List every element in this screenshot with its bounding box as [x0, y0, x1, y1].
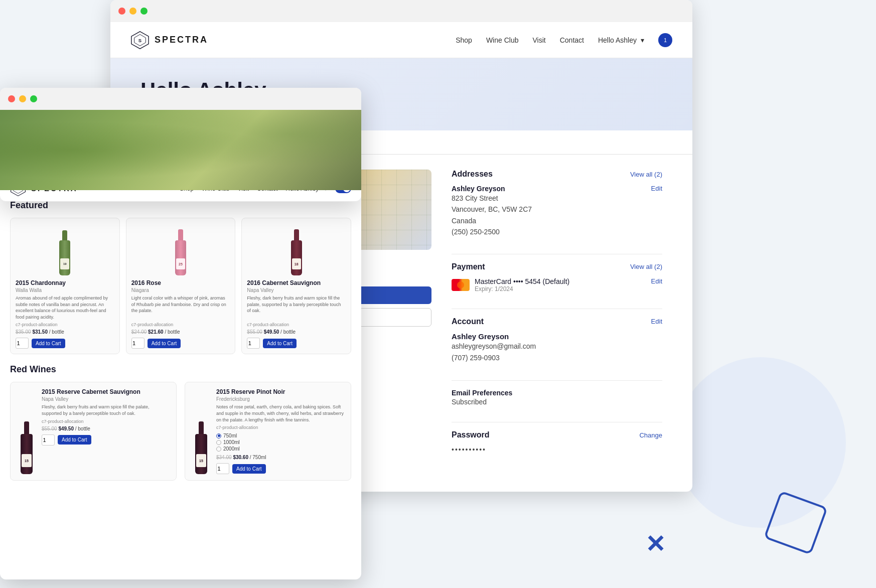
email-pref-section: Email Preferences Subscribed	[452, 389, 662, 406]
account-name: Ashley Greyson	[452, 332, 662, 341]
payment-details: MasterCard •••• 5454 (Default) Expiry: 1…	[475, 277, 569, 292]
divider-4	[452, 422, 662, 422]
size-2000ml[interactable]: 2000ml	[216, 446, 345, 452]
address-street: 823 City Street	[452, 193, 532, 204]
qty-input-5[interactable]	[216, 463, 229, 474]
product-desc-2: Light coral color with a whisper of pink…	[131, 295, 230, 320]
red-wine-desc-2: Notes of rose petal, earth, cherry cola,…	[216, 404, 345, 423]
back-nav-user[interactable]: Hello Ashley ▾	[598, 36, 644, 44]
logo-icon: S	[130, 31, 150, 50]
password-title: Password	[452, 430, 490, 439]
bottle-res-cab: 15	[21, 421, 33, 474]
red-wine-region-1: Napa Valley	[42, 396, 170, 402]
bottle-area-lg-2: 15	[191, 388, 211, 474]
product-region-3: Napa Valley	[247, 287, 346, 293]
divider-2	[452, 309, 662, 309]
bottle-label-2: 25	[176, 258, 185, 269]
qty-input-2[interactable]	[131, 338, 144, 349]
bottle-body-4: 15	[21, 434, 33, 474]
product-price-3: $55.00 $49.50 / bottle	[247, 329, 346, 335]
price-old-2: $24.00	[131, 329, 147, 335]
account-phone: (707) 259-0903	[452, 352, 662, 364]
add-to-cart-btn-4[interactable]: Add to Cart	[58, 435, 91, 445]
product-name-2: 2016 Rose	[131, 279, 230, 286]
minimize-button[interactable]	[129, 8, 136, 15]
payment-header: Payment View all (2)	[452, 262, 662, 271]
red-price-new-2: $30.60	[233, 455, 248, 460]
qty-input-4[interactable]	[42, 434, 55, 446]
add-to-cart-row-1: Add to Cart	[16, 338, 114, 349]
bottle-neck-4	[24, 421, 29, 434]
payment-view-all[interactable]: View all (2)	[630, 263, 662, 270]
product-region-1: Walla Walla	[16, 287, 114, 293]
red-price-old-1: $55.00	[42, 426, 57, 431]
account-info-edit[interactable]: Edit	[651, 318, 662, 325]
bottle-label-5: 15	[196, 454, 206, 467]
product-card-chardonnay: 19 2015 Chardonnay Walla Walla Aromas ab…	[10, 218, 120, 354]
address-city: Vancouver, BC, V5W 2C7	[452, 204, 532, 215]
account-info-title: Account	[452, 317, 484, 326]
add-to-cart-btn-5[interactable]: Add to Cart	[232, 464, 266, 474]
add-to-cart-btn-2[interactable]: Add to Cart	[148, 339, 181, 348]
front-minimize-button[interactable]	[19, 95, 26, 102]
maximize-button[interactable]	[140, 8, 148, 15]
divider-3	[452, 380, 662, 381]
red-wines-heading: Red Wines	[10, 364, 351, 375]
svg-text:S: S	[138, 37, 141, 43]
email-pref-value: Subscribed	[452, 398, 662, 406]
account-info-header: Account Edit	[452, 317, 662, 326]
account-email: ashleygreyson@gmail.com	[452, 341, 662, 353]
qty-input-1[interactable]	[16, 338, 29, 349]
size-750ml[interactable]: 750ml	[216, 433, 345, 438]
payment-title: Payment	[452, 262, 485, 271]
payment-row: MasterCard •••• 5454 (Default) Expiry: 1…	[452, 277, 569, 292]
red-wine-price-2: $34.00 $30.60 / 750ml	[216, 455, 345, 460]
add-to-cart-row-3: Add to Cart	[247, 338, 346, 349]
add-to-cart-row-5: Add to Cart	[216, 463, 345, 474]
payment-section: Payment View all (2) MasterCard •••• 545…	[452, 262, 662, 292]
radio-750ml-icon	[216, 433, 221, 438]
back-cart-badge[interactable]: 1	[658, 33, 672, 47]
back-nav-contact[interactable]: Contact	[560, 36, 584, 44]
addresses-view-all[interactable]: View all (2)	[630, 171, 662, 178]
bottle-body-3: 18	[291, 240, 302, 275]
back-nav-shop[interactable]: Shop	[456, 36, 472, 44]
size-1000ml[interactable]: 1000ml	[216, 439, 345, 445]
front-maximize-button[interactable]	[30, 95, 37, 102]
password-change-link[interactable]: Change	[639, 431, 662, 439]
back-nav-wine-club[interactable]: Wine Club	[486, 36, 519, 44]
back-nav-visit[interactable]: Visit	[533, 36, 546, 44]
bottle-area-1: 19	[16, 225, 114, 275]
hero-vineyard-image	[0, 110, 361, 190]
front-close-button[interactable]	[8, 95, 15, 102]
bottle-body-2: 25	[175, 240, 186, 275]
qty-input-3[interactable]	[247, 338, 260, 349]
close-button[interactable]	[118, 8, 125, 15]
bg-x-decoration: ✕	[645, 530, 665, 558]
user-chevron-icon: ▾	[641, 36, 644, 44]
add-to-cart-btn-1[interactable]: Add to Cart	[32, 339, 65, 348]
card-expiry: Expiry: 1/2024	[475, 285, 569, 292]
red-wine-name-1: 2015 Reserve Cabernet Sauvignon	[42, 388, 170, 395]
add-to-cart-btn-3[interactable]: Add to Cart	[263, 339, 297, 348]
hello-ashley-label: Hello Ashley	[598, 36, 637, 44]
password-dots: ••••••••••	[452, 446, 662, 454]
address-edit-link[interactable]: Edit	[651, 185, 662, 192]
bottle-neck-1	[62, 230, 67, 240]
featured-products-grid: 19 2015 Chardonnay Walla Walla Aromas ab…	[10, 218, 351, 354]
price-new-2: $21.60	[148, 329, 164, 335]
title-bar-front	[0, 88, 361, 110]
red-wine-region-2: Fredericksburg	[216, 396, 345, 402]
red-wine-sku-1: c7-product-allocation	[42, 419, 170, 424]
back-logo-text: SPECTRA	[155, 35, 208, 45]
product-sku-2: c7-product-allocation	[131, 322, 230, 327]
bottle-label-1: 19	[60, 258, 69, 269]
title-bar-back	[110, 0, 692, 22]
size-options: 750ml 1000ml 2000ml	[216, 433, 345, 452]
bottle-neck-5	[199, 421, 204, 434]
radio-1000ml-icon	[216, 440, 221, 445]
payment-edit-link[interactable]: Edit	[651, 277, 662, 285]
size-1000ml-label: 1000ml	[223, 439, 240, 445]
address-block: Ashley Greyson 823 City Street Vancouver…	[452, 185, 532, 238]
add-to-cart-row-2: Add to Cart	[131, 338, 230, 349]
